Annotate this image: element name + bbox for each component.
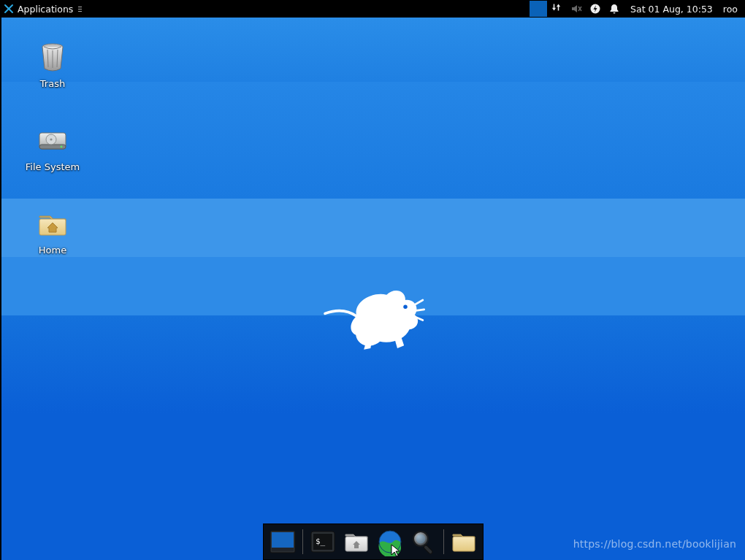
- dock-file-manager[interactable]: [340, 527, 372, 556]
- user-label[interactable]: roo: [723, 4, 741, 15]
- svg-rect-31: [453, 537, 475, 551]
- top-panel: Applications Sat 01 Aug, 10:53 roo: [0, 0, 745, 18]
- xfce-mouse-logo: [318, 275, 428, 355]
- home-folder-icon: [35, 206, 70, 241]
- svg-point-16: [50, 138, 52, 140]
- volume-muted-icon[interactable]: [570, 3, 582, 15]
- watermark: https://blog.csdn.net/booklijian: [573, 538, 736, 550]
- svg-point-29: [416, 534, 426, 544]
- trash-icon: [35, 39, 70, 74]
- dock-separator: [302, 529, 303, 554]
- desktop-icons: Trash File System: [9, 39, 96, 256]
- dock-web-browser[interactable]: [374, 527, 406, 556]
- desktop[interactable]: Trash File System: [1, 18, 745, 560]
- desktop-icon-trash[interactable]: Trash: [9, 39, 96, 89]
- dock-app-finder[interactable]: [408, 527, 440, 556]
- svg-rect-21: [272, 548, 294, 551]
- workspace-indicator[interactable]: [530, 1, 547, 17]
- dock-terminal[interactable]: $_: [307, 527, 339, 556]
- wallpaper-band: [1, 18, 745, 82]
- notifications-icon[interactable]: [608, 3, 620, 15]
- power-manager-icon[interactable]: [589, 3, 601, 15]
- drive-icon: [35, 123, 70, 158]
- xfce-menu-icon: [4, 4, 14, 14]
- svg-rect-20: [272, 532, 294, 548]
- dock-show-desktop[interactable]: [267, 527, 299, 556]
- svg-rect-30: [423, 545, 432, 554]
- network-icon[interactable]: [551, 3, 563, 15]
- system-tray: Sat 01 Aug, 10:53 roo: [551, 0, 745, 18]
- bottom-dock: $_: [263, 523, 484, 560]
- desktop-icon-label: Home: [39, 245, 66, 256]
- wallpaper-band: [1, 199, 745, 257]
- svg-line-6: [415, 309, 424, 310]
- desktop-icon-filesystem[interactable]: File System: [9, 123, 96, 172]
- svg-line-5: [413, 300, 423, 305]
- applications-menu-label: Applications: [18, 4, 73, 15]
- desktop-icon-label: File System: [26, 161, 80, 172]
- svg-point-8: [403, 304, 408, 309]
- desktop-icon-label: Trash: [40, 78, 65, 89]
- dock-separator: [443, 529, 444, 554]
- clock[interactable]: Sat 01 Aug, 10:53: [627, 4, 716, 15]
- dock-home-folder[interactable]: [448, 527, 480, 556]
- menu-indicator-icon: [78, 7, 82, 12]
- desktop-icon-home[interactable]: Home: [9, 206, 96, 256]
- wallpaper-band: [1, 82, 745, 199]
- svg-point-17: [61, 146, 63, 148]
- applications-menu-button[interactable]: Applications: [0, 0, 87, 18]
- svg-text:$_: $_: [316, 537, 326, 546]
